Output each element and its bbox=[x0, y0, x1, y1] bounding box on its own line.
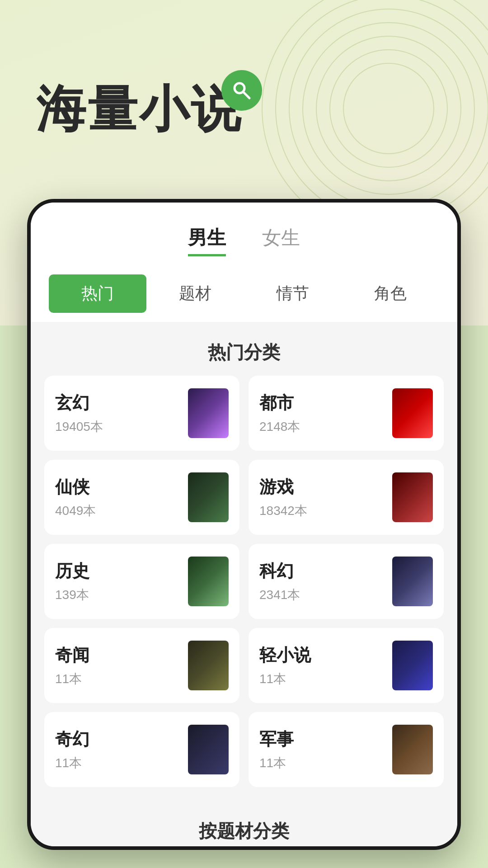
category-count: 18342本 bbox=[259, 502, 307, 519]
category-xianxia[interactable]: 仙侠 4049本 bbox=[44, 460, 239, 535]
category-name: 轻小说 bbox=[259, 644, 311, 667]
category-info-junshi: 军事 11本 bbox=[259, 728, 294, 772]
filter-hot[interactable]: 热门 bbox=[49, 274, 146, 313]
category-count: 19405本 bbox=[55, 418, 103, 435]
category-dushi[interactable]: 都市 2148本 bbox=[249, 376, 444, 451]
category-youxi[interactable]: 游戏 18342本 bbox=[249, 460, 444, 535]
category-count: 11本 bbox=[55, 670, 89, 688]
category-info-qihuan: 奇幻 11本 bbox=[55, 728, 89, 772]
category-junshi[interactable]: 军事 11本 bbox=[249, 712, 444, 787]
category-info-qiwen: 奇闻 11本 bbox=[55, 644, 89, 688]
topic-section: 按题材分类 种田经商 穿越时空 世家宅斗 bbox=[31, 801, 457, 846]
category-name: 游戏 bbox=[259, 476, 307, 499]
phone-mockup: 男生 女生 热门 题材 情节 角色 热门分类 玄幻 19405本 bbox=[27, 199, 461, 850]
category-name: 科幻 bbox=[259, 560, 300, 583]
filter-tabs: 热门 题材 情节 角色 bbox=[31, 265, 457, 322]
category-lishi[interactable]: 历史 139本 bbox=[44, 544, 239, 619]
svg-point-4 bbox=[316, 36, 461, 181]
book-cover-kehuan bbox=[392, 557, 433, 606]
book-cover-xianxia bbox=[188, 472, 229, 522]
search-icon[interactable] bbox=[221, 70, 262, 111]
topic-section-title: 按题材分类 bbox=[31, 819, 457, 844]
category-name: 军事 bbox=[259, 728, 294, 751]
filter-role[interactable]: 角色 bbox=[342, 274, 439, 313]
filter-topic[interactable]: 题材 bbox=[146, 274, 244, 313]
category-kehuan[interactable]: 科幻 2341本 bbox=[249, 544, 444, 619]
svg-point-5 bbox=[330, 50, 447, 167]
svg-line-8 bbox=[243, 92, 249, 98]
category-xuanhuan[interactable]: 玄幻 19405本 bbox=[44, 376, 239, 451]
category-qingxiaoshuo[interactable]: 轻小说 11本 bbox=[249, 628, 444, 703]
category-qihuan[interactable]: 奇幻 11本 bbox=[44, 712, 239, 787]
svg-point-3 bbox=[303, 23, 474, 194]
hot-section-title: 热门分类 bbox=[31, 340, 457, 365]
category-qiwen[interactable]: 奇闻 11本 bbox=[44, 628, 239, 703]
category-count: 11本 bbox=[259, 755, 294, 772]
category-info-xuanhuan: 玄幻 19405本 bbox=[55, 392, 103, 435]
category-name: 都市 bbox=[259, 392, 300, 415]
book-cover-xuanhuan bbox=[188, 388, 229, 438]
category-info-dushi: 都市 2148本 bbox=[259, 392, 300, 435]
category-count: 2341本 bbox=[259, 586, 300, 604]
category-count: 2148本 bbox=[259, 418, 300, 435]
book-cover-qingxiaoshuo bbox=[392, 641, 433, 690]
book-cover-qihuan bbox=[188, 725, 229, 774]
phone-screen: 男生 女生 热门 题材 情节 角色 热门分类 玄幻 19405本 bbox=[31, 203, 457, 846]
svg-point-2 bbox=[289, 9, 488, 208]
book-cover-dushi bbox=[392, 388, 433, 438]
category-info-lishi: 历史 139本 bbox=[55, 560, 89, 604]
category-count: 11本 bbox=[55, 755, 89, 772]
book-cover-youxi bbox=[392, 472, 433, 522]
category-count: 4049本 bbox=[55, 502, 96, 519]
tab-female[interactable]: 女生 bbox=[262, 225, 300, 256]
category-name: 奇闻 bbox=[55, 644, 89, 667]
category-info-qingxiaoshuo: 轻小说 11本 bbox=[259, 644, 311, 688]
category-count: 11本 bbox=[259, 670, 311, 688]
category-name: 奇幻 bbox=[55, 728, 89, 751]
category-name: 仙侠 bbox=[55, 476, 96, 499]
filter-plot[interactable]: 情节 bbox=[244, 274, 342, 313]
category-count: 139本 bbox=[55, 586, 89, 604]
hero-title: 海量小说 bbox=[36, 81, 242, 136]
svg-point-6 bbox=[343, 63, 434, 154]
book-cover-lishi bbox=[188, 557, 229, 606]
category-grid: 玄幻 19405本 都市 2148本 bbox=[31, 376, 457, 787]
book-cover-junshi bbox=[392, 725, 433, 774]
hot-section: 热门分类 玄幻 19405本 都市 2148本 bbox=[31, 322, 457, 801]
svg-point-1 bbox=[276, 0, 488, 222]
category-info-kehuan: 科幻 2341本 bbox=[259, 560, 300, 604]
tab-male[interactable]: 男生 bbox=[188, 225, 226, 256]
category-name: 历史 bbox=[55, 560, 89, 583]
book-cover-qiwen bbox=[188, 641, 229, 690]
gender-tabs: 男生 女生 bbox=[31, 203, 457, 265]
category-info-xianxia: 仙侠 4049本 bbox=[55, 476, 96, 519]
category-name: 玄幻 bbox=[55, 392, 103, 415]
category-info-youxi: 游戏 18342本 bbox=[259, 476, 307, 519]
